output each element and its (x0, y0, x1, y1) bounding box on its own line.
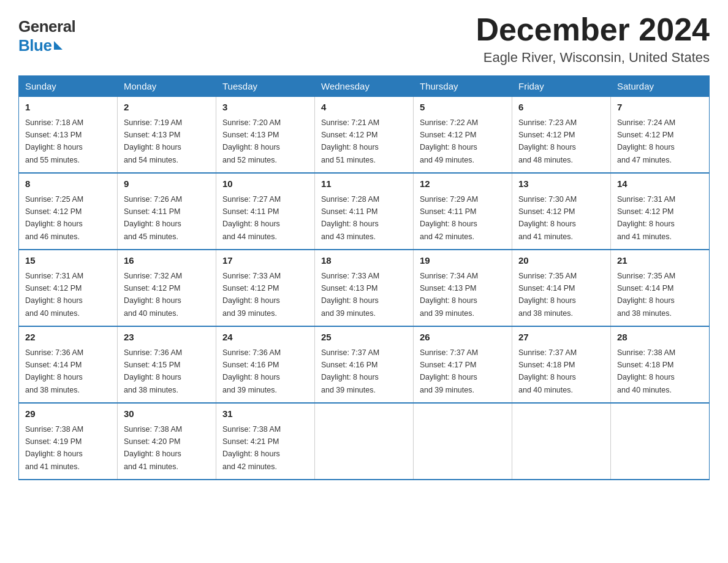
day-number: 10 (222, 177, 308, 191)
day-number: 16 (124, 254, 210, 268)
table-row: 31 Sunrise: 7:38 AMSunset: 4:21 PMDaylig… (216, 403, 315, 480)
table-row: 19 Sunrise: 7:34 AMSunset: 4:13 PMDaylig… (414, 250, 512, 326)
day-info: Sunrise: 7:23 AMSunset: 4:12 PMDaylight:… (518, 118, 577, 164)
day-info: Sunrise: 7:37 AMSunset: 4:18 PMDaylight:… (518, 348, 577, 394)
day-number: 14 (617, 177, 703, 191)
day-number: 18 (321, 254, 407, 268)
day-info: Sunrise: 7:24 AMSunset: 4:12 PMDaylight:… (617, 118, 675, 164)
day-number: 22 (25, 331, 111, 345)
day-info: Sunrise: 7:38 AMSunset: 4:18 PMDaylight:… (617, 348, 675, 394)
table-row: 3 Sunrise: 7:20 AMSunset: 4:13 PMDayligh… (216, 97, 315, 174)
day-number: 26 (420, 331, 506, 345)
day-info: Sunrise: 7:31 AMSunset: 4:12 PMDaylight:… (617, 195, 675, 241)
table-row: 13 Sunrise: 7:30 AMSunset: 4:12 PMDaylig… (512, 173, 611, 250)
day-info: Sunrise: 7:25 AMSunset: 4:12 PMDaylight:… (25, 195, 83, 241)
day-number: 4 (321, 101, 407, 115)
day-number: 31 (222, 407, 308, 421)
table-row: 21 Sunrise: 7:35 AMSunset: 4:14 PMDaylig… (611, 250, 710, 326)
header-wednesday: Wednesday (315, 76, 414, 97)
calendar-header-row: Sunday Monday Tuesday Wednesday Thursday… (19, 76, 710, 97)
day-info: Sunrise: 7:33 AMSunset: 4:12 PMDaylight:… (222, 272, 281, 318)
table-row: 26 Sunrise: 7:37 AMSunset: 4:17 PMDaylig… (414, 326, 512, 403)
day-number: 7 (617, 101, 703, 115)
day-number: 6 (518, 101, 604, 115)
table-row: 27 Sunrise: 7:37 AMSunset: 4:18 PMDaylig… (512, 326, 611, 403)
day-info: Sunrise: 7:28 AMSunset: 4:11 PMDaylight:… (321, 195, 379, 241)
day-number: 27 (518, 331, 604, 345)
day-number: 13 (518, 177, 604, 191)
table-row: 24 Sunrise: 7:36 AMSunset: 4:16 PMDaylig… (216, 326, 315, 403)
day-number: 19 (420, 254, 506, 268)
day-info: Sunrise: 7:34 AMSunset: 4:13 PMDaylight:… (420, 272, 478, 318)
day-info: Sunrise: 7:35 AMSunset: 4:14 PMDaylight:… (617, 272, 675, 318)
table-row: 15 Sunrise: 7:31 AMSunset: 4:12 PMDaylig… (19, 250, 118, 326)
table-row: 23 Sunrise: 7:36 AMSunset: 4:15 PMDaylig… (118, 326, 216, 403)
table-row: 18 Sunrise: 7:33 AMSunset: 4:13 PMDaylig… (315, 250, 414, 326)
day-number: 21 (617, 254, 703, 268)
day-info: Sunrise: 7:38 AMSunset: 4:21 PMDaylight:… (222, 425, 281, 471)
table-row: 20 Sunrise: 7:35 AMSunset: 4:14 PMDaylig… (512, 250, 611, 326)
day-info: Sunrise: 7:33 AMSunset: 4:13 PMDaylight:… (321, 272, 379, 318)
calendar-week-row: 22 Sunrise: 7:36 AMSunset: 4:14 PMDaylig… (19, 326, 710, 403)
day-number: 9 (124, 177, 210, 191)
table-row: 11 Sunrise: 7:28 AMSunset: 4:11 PMDaylig… (315, 173, 414, 250)
table-row: 9 Sunrise: 7:26 AMSunset: 4:11 PMDayligh… (118, 173, 216, 250)
header-friday: Friday (512, 76, 611, 97)
day-info: Sunrise: 7:38 AMSunset: 4:19 PMDaylight:… (25, 425, 83, 471)
day-info: Sunrise: 7:36 AMSunset: 4:14 PMDaylight:… (25, 348, 83, 394)
table-row: 17 Sunrise: 7:33 AMSunset: 4:12 PMDaylig… (216, 250, 315, 326)
table-row: 14 Sunrise: 7:31 AMSunset: 4:12 PMDaylig… (611, 173, 710, 250)
day-number: 3 (222, 101, 308, 115)
day-info: Sunrise: 7:35 AMSunset: 4:14 PMDaylight:… (518, 272, 577, 318)
table-row: 30 Sunrise: 7:38 AMSunset: 4:20 PMDaylig… (118, 403, 216, 480)
table-row: 7 Sunrise: 7:24 AMSunset: 4:12 PMDayligh… (611, 97, 710, 174)
calendar-table: Sunday Monday Tuesday Wednesday Thursday… (18, 75, 710, 480)
table-row: 28 Sunrise: 7:38 AMSunset: 4:18 PMDaylig… (611, 326, 710, 403)
day-number: 25 (321, 331, 407, 345)
day-number: 17 (222, 254, 308, 268)
header-monday: Monday (118, 76, 216, 97)
day-number: 28 (617, 331, 703, 345)
calendar-week-row: 8 Sunrise: 7:25 AMSunset: 4:12 PMDayligh… (19, 173, 710, 250)
day-number: 29 (25, 407, 111, 421)
day-number: 11 (321, 177, 407, 191)
table-row: 25 Sunrise: 7:37 AMSunset: 4:16 PMDaylig… (315, 326, 414, 403)
day-info: Sunrise: 7:32 AMSunset: 4:12 PMDaylight:… (124, 272, 182, 318)
day-number: 30 (124, 407, 210, 421)
day-number: 12 (420, 177, 506, 191)
day-number: 2 (124, 101, 210, 115)
table-row (315, 403, 414, 480)
day-number: 15 (25, 254, 111, 268)
table-row: 10 Sunrise: 7:27 AMSunset: 4:11 PMDaylig… (216, 173, 315, 250)
header-tuesday: Tuesday (216, 76, 315, 97)
day-info: Sunrise: 7:22 AMSunset: 4:12 PMDaylight:… (420, 118, 478, 164)
header-thursday: Thursday (414, 76, 512, 97)
day-info: Sunrise: 7:20 AMSunset: 4:13 PMDaylight:… (222, 118, 281, 164)
logo: General Blue (18, 12, 75, 55)
day-info: Sunrise: 7:30 AMSunset: 4:12 PMDaylight:… (518, 195, 577, 241)
location-text: Eagle River, Wisconsin, United States (476, 50, 710, 66)
table-row: 4 Sunrise: 7:21 AMSunset: 4:12 PMDayligh… (315, 97, 414, 174)
day-number: 23 (124, 331, 210, 345)
day-number: 5 (420, 101, 506, 115)
month-title: December 2024 (476, 12, 710, 47)
title-block: December 2024 Eagle River, Wisconsin, Un… (476, 12, 710, 66)
table-row: 6 Sunrise: 7:23 AMSunset: 4:12 PMDayligh… (512, 97, 611, 174)
table-row: 29 Sunrise: 7:38 AMSunset: 4:19 PMDaylig… (19, 403, 118, 480)
day-info: Sunrise: 7:37 AMSunset: 4:17 PMDaylight:… (420, 348, 478, 394)
calendar-week-row: 1 Sunrise: 7:18 AMSunset: 4:13 PMDayligh… (19, 97, 710, 174)
day-info: Sunrise: 7:36 AMSunset: 4:15 PMDaylight:… (124, 348, 182, 394)
day-info: Sunrise: 7:21 AMSunset: 4:12 PMDaylight:… (321, 118, 379, 164)
logo-general-text: General (18, 17, 75, 36)
header-saturday: Saturday (611, 76, 710, 97)
day-number: 24 (222, 331, 308, 345)
day-info: Sunrise: 7:31 AMSunset: 4:12 PMDaylight:… (25, 272, 83, 318)
table-row: 12 Sunrise: 7:29 AMSunset: 4:11 PMDaylig… (414, 173, 512, 250)
logo-blue-text: Blue (18, 36, 51, 55)
day-info: Sunrise: 7:38 AMSunset: 4:20 PMDaylight:… (124, 425, 182, 471)
day-info: Sunrise: 7:29 AMSunset: 4:11 PMDaylight:… (420, 195, 478, 241)
table-row: 8 Sunrise: 7:25 AMSunset: 4:12 PMDayligh… (19, 173, 118, 250)
day-info: Sunrise: 7:19 AMSunset: 4:13 PMDaylight:… (124, 118, 182, 164)
day-number: 8 (25, 177, 111, 191)
day-info: Sunrise: 7:26 AMSunset: 4:11 PMDaylight:… (124, 195, 182, 241)
